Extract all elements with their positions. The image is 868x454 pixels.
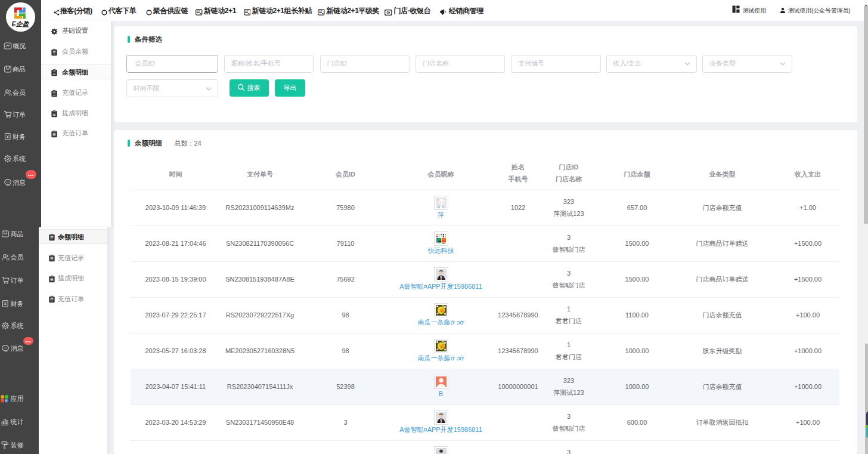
svg-text:E企盈: E企盈 <box>12 20 29 27</box>
